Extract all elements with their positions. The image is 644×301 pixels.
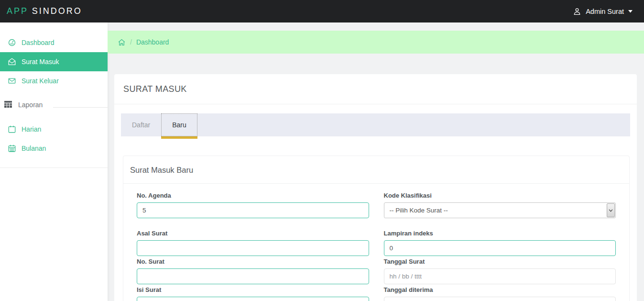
asal-surat-input[interactable] [137, 240, 369, 256]
tanggal-surat-input[interactable] [384, 268, 616, 284]
no-agenda-input[interactable] [137, 202, 369, 218]
tanggal-diterima-input[interactable] [384, 297, 616, 301]
breadcrumb: / Dashboard [108, 31, 644, 54]
envelope-closed-icon [8, 77, 16, 85]
tanggal-diterima-label: Tanggal diterima [384, 286, 616, 294]
sidebar-section-laporan: Laporan [0, 98, 108, 112]
surat-masuk-card: SURAT MASUK Daftar Baru Surat Masuk Baru… [114, 74, 637, 301]
no-surat-input[interactable] [137, 268, 369, 284]
sidebar-divider [0, 167, 108, 168]
sidebar-item-label: Bulanan [22, 145, 46, 152]
calendar-grid-icon [8, 144, 16, 153]
sidebar-item-label: Dashboard [22, 39, 55, 46]
field-tanggal-diterima: Tanggal diterima [384, 286, 616, 301]
section-rule [53, 107, 108, 108]
tabstrip: Daftar Baru [121, 113, 630, 136]
sidebar-item-label: Surat Masuk [22, 58, 59, 66]
sidebar-item-surat-keluar[interactable]: Surat Keluar [0, 71, 108, 90]
dashboard-gauge-icon [8, 38, 16, 47]
home-icon[interactable] [118, 38, 126, 46]
tanggal-surat-label: Tanggal Surat [384, 258, 616, 266]
brand-app-text: APP [7, 6, 28, 16]
sidebar-item-label: Surat Keluar [22, 77, 59, 85]
user-icon [573, 7, 581, 16]
field-tanggal-surat: Tanggal Surat [384, 258, 616, 284]
surat-masuk-baru-panel: Surat Masuk Baru No. Agenda Kode Klasifi… [123, 156, 630, 301]
field-asal-surat: Asal Surat [137, 230, 369, 256]
breadcrumb-separator: / [130, 38, 132, 46]
tab-daftar[interactable]: Daftar [121, 113, 161, 136]
caret-down-icon [628, 10, 633, 13]
table-icon [4, 100, 12, 110]
select-chevron-down-icon [607, 203, 615, 217]
isi-surat-label: Isi Surat [137, 286, 369, 294]
field-isi-surat: Isi Surat [137, 286, 369, 301]
card-title: SURAT MASUK [114, 74, 637, 104]
sidebar-item-surat-masuk[interactable]: Surat Masuk [0, 52, 108, 71]
sidebar-item-harian[interactable]: Harian [0, 120, 108, 139]
form-title: Surat Masuk Baru [123, 156, 629, 184]
brand-name-text: SINDORO [32, 6, 82, 16]
app-logo[interactable]: APP SINDORO [7, 6, 82, 16]
no-surat-label: No. Surat [137, 258, 369, 266]
breadcrumb-current: Dashboard [136, 38, 169, 46]
lampiran-indeks-label: Lampiran indeks [384, 230, 616, 237]
kode-klasifikasi-selected-value: -- Pilih Kode Surat -- [390, 207, 448, 214]
tab-baru[interactable]: Baru [161, 113, 197, 136]
asal-surat-label: Asal Surat [137, 230, 369, 237]
no-agenda-label: No. Agenda [137, 192, 369, 200]
sidebar-section-label: Laporan [18, 101, 43, 109]
field-lampiran-indeks: Lampiran indeks [384, 230, 616, 256]
sidebar: Dashboard Surat Masuk Su [0, 22, 108, 301]
sidebar-item-label: Harian [22, 125, 41, 133]
kode-klasifikasi-label: Kode Klasifikasi [384, 192, 616, 200]
envelope-open-icon [8, 57, 16, 66]
topbar: APP SINDORO Admin Surat [0, 0, 644, 22]
isi-surat-input[interactable] [137, 297, 369, 301]
user-menu-label: Admin Surat [586, 8, 624, 15]
kode-klasifikasi-select[interactable]: -- Pilih Kode Surat -- [384, 202, 616, 218]
sidebar-item-dashboard[interactable]: Dashboard [0, 33, 108, 52]
field-no-surat: No. Surat [137, 258, 369, 284]
sidebar-item-bulanan[interactable]: Bulanan [0, 139, 108, 158]
lampiran-indeks-input[interactable] [384, 240, 616, 256]
calendar-outline-icon [8, 125, 16, 134]
field-kode-klasifikasi: Kode Klasifikasi -- Pilih Kode Surat -- [384, 192, 616, 218]
user-menu[interactable]: Admin Surat [573, 7, 633, 16]
main-content: / Dashboard SURAT MASUK Daftar Baru Sura… [108, 22, 644, 301]
field-no-agenda: No. Agenda [137, 192, 369, 218]
